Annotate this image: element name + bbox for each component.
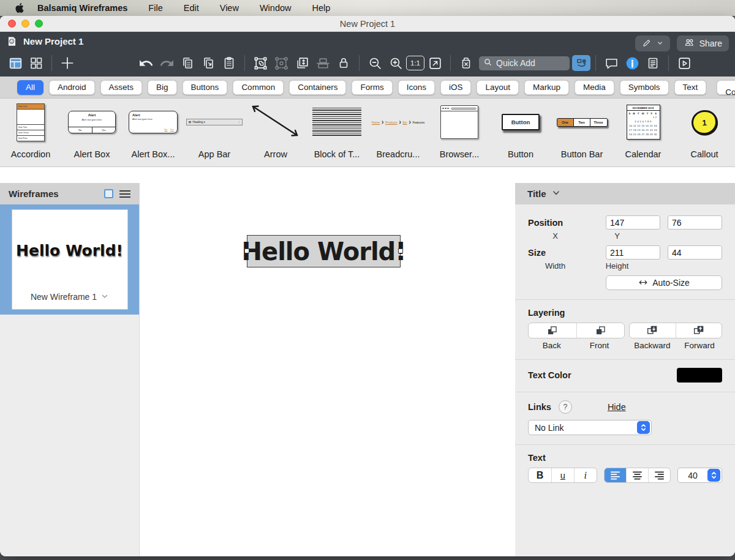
chevron-down-icon[interactable] <box>101 292 108 302</box>
tab-common[interactable]: Common <box>233 80 284 95</box>
tab-media[interactable]: Media <box>575 80 614 95</box>
wireframes-sidebar: Wireframes Hello World! New Wireframe 1 <box>0 183 140 556</box>
palette-item-button[interactable]: Button Button <box>490 99 551 166</box>
chevron-down-icon <box>552 189 560 200</box>
palette-item-breadcrumbs[interactable]: Home ❯ Products ❯ Etc ❯ Features Breadcr… <box>368 99 429 166</box>
palette-item-accordion[interactable]: Item One Item Two Item Three Item Four A… <box>0 99 61 166</box>
selected-text-element[interactable]: Hello World! <box>247 235 401 267</box>
text-color-swatch[interactable] <box>677 368 722 383</box>
align-left-button[interactable] <box>605 468 627 482</box>
tab-layout[interactable]: Layout <box>477 80 519 95</box>
thumbnail-view-icon[interactable] <box>104 189 113 198</box>
tab-forms[interactable]: Forms <box>352 80 392 95</box>
resize-button[interactable] <box>292 54 312 72</box>
palette-item-alert-box[interactable]: Alert Alert text goes here NoYes Alert B… <box>61 99 123 166</box>
button-bar-preview: One Two Three <box>557 118 608 127</box>
palette-item-browser[interactable]: Browser... <box>429 99 490 166</box>
position-x-input[interactable] <box>606 215 660 230</box>
align-button[interactable] <box>312 54 333 72</box>
tab-containers[interactable]: Containers <box>289 80 346 95</box>
layout-panels-toggle-button[interactable] <box>5 54 26 72</box>
zoom-in-button[interactable] <box>385 54 406 72</box>
bold-button[interactable]: B <box>529 468 551 482</box>
palette-item-arrow[interactable]: Arrow <box>245 99 306 166</box>
tab-buttons[interactable]: Buttons <box>183 80 228 95</box>
comments-button[interactable] <box>601 54 622 72</box>
tab-text[interactable]: Text <box>674 80 707 95</box>
apple-icon[interactable] <box>15 3 25 13</box>
tab-all[interactable]: All <box>17 80 43 95</box>
tab-more-controls[interactable]: More Controls... <box>717 80 735 95</box>
zoom-to-fit-button[interactable] <box>424 54 445 72</box>
add-element-button[interactable] <box>57 54 78 72</box>
palette-item-alert-box-alt[interactable]: Alert Alert text goes here NoYes Alert B… <box>123 99 184 166</box>
grid-view-button[interactable] <box>26 54 47 72</box>
duplicate-button[interactable] <box>198 54 219 72</box>
tab-assets[interactable]: Assets <box>100 80 143 95</box>
menu-edit[interactable]: Edit <box>184 3 199 13</box>
resize-handle-left[interactable] <box>244 248 249 253</box>
paste-button[interactable] <box>219 54 239 72</box>
tab-icons[interactable]: Icons <box>398 80 435 95</box>
window-title: New Project 1 <box>0 19 735 29</box>
menu-view[interactable]: View <box>220 3 239 13</box>
menu-app-name[interactable]: Balsamiq Wireframes <box>37 3 127 13</box>
toolbar-separator <box>244 55 245 71</box>
position-y-input[interactable] <box>668 215 722 230</box>
list-view-icon[interactable] <box>119 190 130 198</box>
size-width-input[interactable] <box>606 245 660 259</box>
link-select-value: No Link <box>535 423 564 433</box>
edit-mode-button[interactable] <box>635 35 670 51</box>
menu-window[interactable]: Window <box>260 3 292 13</box>
hide-link[interactable]: Hide <box>608 402 626 412</box>
bring-to-front-button[interactable] <box>576 323 624 338</box>
quick-add-field[interactable] <box>479 56 570 70</box>
tab-markup[interactable]: Markup <box>524 80 569 95</box>
underline-button[interactable]: u <box>551 468 574 482</box>
notes-button[interactable] <box>643 54 663 72</box>
quick-add-input[interactable] <box>496 58 565 68</box>
size-height-input[interactable] <box>668 245 722 259</box>
lock-button[interactable] <box>333 54 354 72</box>
ungroup-button[interactable] <box>271 54 292 72</box>
palette-item-app-bar[interactable]: Heading ▾ ⋮ App Bar <box>184 99 245 166</box>
font-size-field[interactable]: 40 <box>677 468 722 483</box>
present-button[interactable] <box>674 54 695 72</box>
align-right-button[interactable] <box>648 468 670 482</box>
palette-item-callout[interactable]: 1 Callout <box>674 99 735 166</box>
canvas[interactable]: Hello World! <box>140 183 515 556</box>
wireframe-thumbnail[interactable]: Hello World! New Wireframe 1 <box>0 204 139 315</box>
zoom-out-button[interactable] <box>364 54 385 72</box>
copy-button[interactable] <box>177 54 198 72</box>
layering-label: Layering <box>528 308 722 318</box>
text-color-label: Text Color <box>528 370 571 380</box>
palette-item-block-of-text[interactable]: Block of T... <box>306 99 368 166</box>
help-icon[interactable]: ? <box>559 400 572 414</box>
tab-big[interactable]: Big <box>148 80 177 95</box>
inspector-header[interactable]: Title <box>515 183 735 204</box>
font-size-stepper-icon[interactable] <box>707 469 720 482</box>
delete-button[interactable] <box>456 54 477 72</box>
palette-item-calendar[interactable]: NOVEMBER 2019 S M T W T F S 1 2 3 4 5 6 … <box>612 99 674 166</box>
send-to-back-button[interactable] <box>529 323 576 338</box>
resize-handle-right[interactable] <box>398 248 403 253</box>
zoom-actual-size-button[interactable]: 1:1 <box>406 56 424 70</box>
send-backward-button[interactable] <box>630 323 676 338</box>
tab-ios[interactable]: iOS <box>440 80 472 95</box>
italic-button[interactable]: i <box>574 468 597 482</box>
menu-file[interactable]: File <box>148 3 162 13</box>
ui-library-toggle-button[interactable] <box>572 55 590 71</box>
redo-button[interactable] <box>156 54 177 72</box>
tab-android[interactable]: Android <box>49 80 95 95</box>
undo-button[interactable] <box>135 54 156 72</box>
palette-item-button-bar[interactable]: One Two Three Button Bar <box>551 99 612 166</box>
link-select[interactable]: No Link <box>528 420 652 435</box>
tab-symbols[interactable]: Symbols <box>620 80 669 95</box>
bring-forward-button[interactable] <box>676 323 722 338</box>
align-center-button[interactable] <box>626 468 648 482</box>
group-button[interactable] <box>250 54 271 72</box>
info-button[interactable] <box>622 54 643 72</box>
share-button[interactable]: Share <box>677 35 729 51</box>
menu-help[interactable]: Help <box>312 3 330 13</box>
auto-size-button[interactable]: Auto-Size <box>606 275 722 290</box>
